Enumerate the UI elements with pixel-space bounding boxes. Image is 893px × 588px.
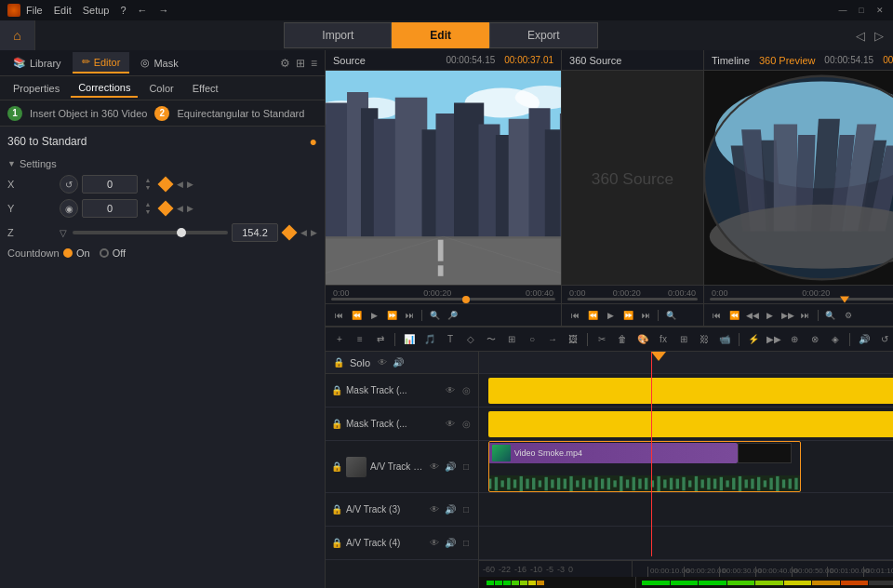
y-kf-next[interactable]: ▶ bbox=[187, 204, 193, 213]
tl-more[interactable]: ▶▶ bbox=[766, 331, 782, 348]
timeline-mask1-row[interactable] bbox=[479, 374, 893, 408]
ctrl-zoom-out[interactable]: 🔍 bbox=[427, 308, 442, 323]
tl-audio[interactable]: 🎵 bbox=[421, 331, 438, 348]
x-kf-prev[interactable]: ◀ bbox=[177, 180, 183, 189]
preview-viewport-360[interactable] bbox=[704, 71, 893, 285]
mask1-clip[interactable] bbox=[488, 378, 893, 404]
home-button[interactable]: ⌂ bbox=[0, 20, 35, 50]
ctrl360-next[interactable]: ⏭ bbox=[638, 308, 653, 323]
av4-box[interactable]: □ bbox=[460, 537, 473, 550]
tl-orange1[interactable]: ⚡ bbox=[745, 331, 762, 348]
av4-audio[interactable]: 🔊 bbox=[444, 537, 457, 550]
tl-text[interactable]: T bbox=[442, 331, 459, 348]
z-kf-next[interactable]: ▶ bbox=[311, 228, 317, 237]
nav-arrow-left[interactable]: ◁ bbox=[856, 29, 865, 43]
ctrl-right-play[interactable]: ▶ bbox=[763, 308, 778, 323]
tl-arrow[interactable]: → bbox=[544, 331, 561, 348]
av4-eye[interactable]: 👁 bbox=[428, 537, 441, 550]
preview-viewport-source[interactable] bbox=[326, 71, 561, 285]
ctrl-back[interactable]: ⏪ bbox=[349, 308, 364, 323]
tl-delete[interactable]: 🗑 bbox=[614, 331, 631, 348]
redo-button[interactable]: → bbox=[159, 5, 169, 16]
collapse-icon[interactable]: ▼ bbox=[7, 159, 16, 168]
tl-wave2[interactable]: 〜 bbox=[483, 331, 500, 348]
settings-icon[interactable]: ⚙ bbox=[280, 57, 290, 70]
tl-fx[interactable]: fx bbox=[655, 331, 672, 348]
av2-black-clip[interactable] bbox=[738, 443, 792, 463]
x-up-arrow[interactable]: ▲ bbox=[141, 177, 154, 184]
ctrl-right-fwd[interactable]: ▶▶ bbox=[780, 308, 795, 323]
tab-editor[interactable]: ✏ Editor bbox=[73, 52, 130, 74]
tl-circle[interactable]: ○ bbox=[524, 331, 540, 348]
scrubber-head-source[interactable] bbox=[462, 296, 470, 303]
sub-tab-color[interactable]: Color bbox=[141, 80, 180, 97]
close-button[interactable]: ✕ bbox=[874, 5, 886, 16]
tab-edit[interactable]: Edit bbox=[392, 22, 489, 48]
tl-add-track[interactable]: + bbox=[331, 331, 348, 348]
tl-waveform[interactable]: 📊 bbox=[401, 331, 418, 348]
ctrl360-forward[interactable]: ⏩ bbox=[620, 308, 635, 323]
ctrl360-zoom[interactable]: 🔍 bbox=[663, 308, 678, 323]
solo-eye[interactable]: 👁 bbox=[376, 356, 389, 369]
ctrl-right-rback[interactable]: ◀◀ bbox=[745, 308, 760, 323]
tl-arrows[interactable]: ⇄ bbox=[372, 331, 389, 348]
sub-tab-corrections[interactable]: Corrections bbox=[71, 79, 138, 98]
z-kf-prev[interactable]: ◀ bbox=[300, 228, 307, 237]
timeline-solo-row[interactable] bbox=[479, 352, 893, 374]
av3-eye[interactable]: 👁 bbox=[428, 503, 441, 516]
menu-file[interactable]: File bbox=[26, 5, 43, 16]
y-kf-prev[interactable]: ◀ bbox=[177, 204, 183, 213]
tab-import[interactable]: Import bbox=[284, 22, 392, 48]
ctrl360-play[interactable]: ▶ bbox=[603, 308, 618, 323]
ctrl-prev-frame[interactable]: ⏮ bbox=[331, 308, 346, 323]
tl-undo2[interactable]: ↺ bbox=[876, 331, 893, 348]
sub-tab-properties[interactable]: Properties bbox=[6, 80, 67, 97]
mask2-circle[interactable]: ◎ bbox=[460, 418, 473, 431]
y-up-arrow[interactable]: ▲ bbox=[141, 201, 154, 208]
tab-export[interactable]: Export bbox=[489, 22, 598, 48]
y-keyframe[interactable] bbox=[158, 201, 174, 217]
av3-box[interactable]: □ bbox=[460, 503, 473, 516]
sub-tab-effect[interactable]: Effect bbox=[185, 80, 226, 97]
tl-chain[interactable]: ⛓ bbox=[696, 331, 713, 348]
av2-eye[interactable]: 👁 bbox=[428, 461, 441, 474]
menu-setup[interactable]: Setup bbox=[83, 5, 110, 16]
tab-library[interactable]: 📚 Library bbox=[4, 53, 71, 73]
av2-video-clip[interactable]: Video Smoke.mp4 bbox=[488, 443, 738, 463]
ctrl-right-back[interactable]: ⏪ bbox=[727, 308, 742, 323]
preview-viewport-360source[interactable]: 360 Source bbox=[562, 71, 703, 285]
z-keyframe[interactable] bbox=[282, 225, 298, 241]
minimize-button[interactable]: — bbox=[837, 5, 848, 16]
tl-magnet[interactable]: ⊗ bbox=[806, 331, 823, 348]
timeline-av2-row[interactable]: Video Smoke.mp4 bbox=[479, 441, 893, 493]
z-slider-track[interactable] bbox=[73, 231, 228, 234]
tl-grid[interactable]: ⊞ bbox=[503, 331, 520, 348]
y-down-arrow[interactable]: ▼ bbox=[141, 208, 154, 216]
tl-img[interactable]: 🖼 bbox=[565, 331, 581, 348]
tab-mask[interactable]: ◎ Mask bbox=[131, 53, 187, 73]
ctrl360-back[interactable]: ⏪ bbox=[585, 308, 600, 323]
nav-arrow-right[interactable]: ▷ bbox=[874, 29, 884, 43]
ctrl-right-prev[interactable]: ⏮ bbox=[710, 308, 725, 323]
tl-split[interactable]: ✂ bbox=[593, 331, 610, 348]
ctrl-next-frame[interactable]: ⏭ bbox=[402, 308, 417, 323]
ctrl-right-zoom[interactable]: 🔍 bbox=[823, 308, 838, 323]
tl-vol[interactable]: 🔊 bbox=[856, 331, 873, 348]
mask2-clip[interactable] bbox=[488, 411, 893, 437]
solo-audio[interactable]: 🔊 bbox=[392, 356, 405, 369]
av2-audio[interactable]: 🔊 bbox=[444, 461, 457, 474]
timeline-mask2-row[interactable] bbox=[479, 408, 893, 441]
undo-button[interactable]: ← bbox=[138, 5, 148, 16]
ctrl360-prev[interactable]: ⏮ bbox=[567, 308, 582, 323]
tl-list[interactable]: ≡ bbox=[352, 331, 368, 348]
ctrl-forward[interactable]: ⏩ bbox=[384, 308, 399, 323]
z-input[interactable] bbox=[232, 223, 278, 242]
radio-on[interactable]: On bbox=[63, 247, 90, 259]
scrubber-track-360[interactable]: 0:00 0:00:20 0:00:40 bbox=[567, 288, 698, 301]
scrubber-track-source[interactable]: 0:00 0:00:20 0:00:40 bbox=[331, 288, 555, 301]
tl-snap[interactable]: ⊕ bbox=[786, 331, 803, 348]
radio-off[interactable]: Off bbox=[100, 247, 126, 259]
grid-icon[interactable]: ⊞ bbox=[296, 57, 305, 70]
timeline-av4-row[interactable] bbox=[479, 527, 893, 560]
x-keyframe[interactable] bbox=[158, 177, 174, 193]
